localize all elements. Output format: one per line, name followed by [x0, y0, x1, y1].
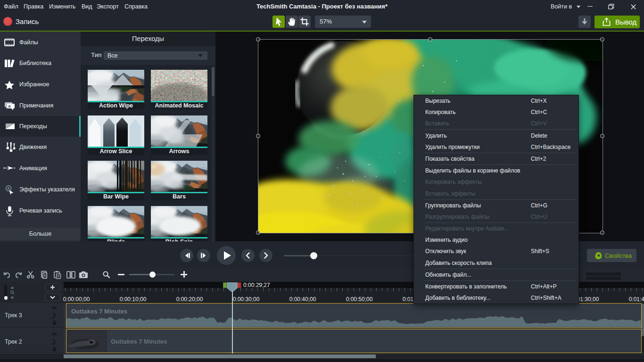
svg-text:a: a [8, 104, 11, 108]
